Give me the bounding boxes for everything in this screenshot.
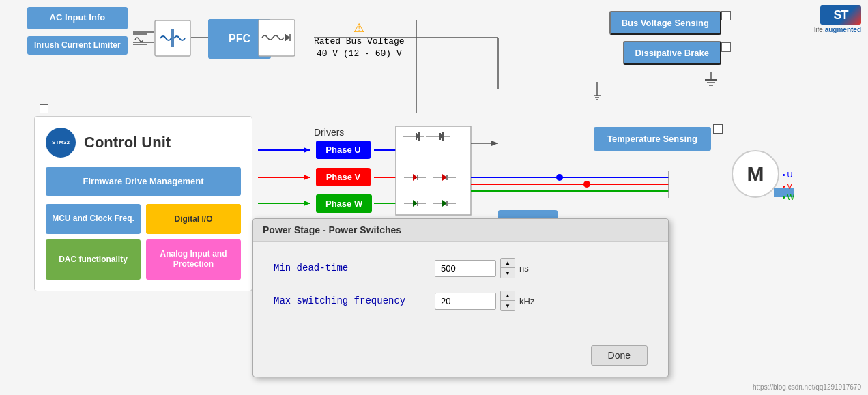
- dissipative-brake-checkbox[interactable]: [721, 42, 731, 52]
- modal-body: Min dead-time ▲ ▼ ns Max switching frequ…: [253, 242, 668, 340]
- max-switch-freq-label: Max switching frequency: [274, 295, 424, 306]
- svg-marker-39: [442, 174, 447, 181]
- control-grid: MCU and Clock Freq. Digital I/O DAC func…: [46, 204, 241, 280]
- logo-bar: ST: [820, 5, 861, 25]
- top-section: AC Input Info Inrush Current Limiter: [27, 7, 128, 55]
- v-label: • V: [783, 181, 794, 192]
- svg-marker-17: [304, 175, 310, 180]
- rated-bus-value: 40 V (12 - 60) V: [314, 48, 405, 60]
- min-dead-time-unit: ns: [519, 263, 529, 274]
- mcu-button[interactable]: MCU and Clock Freq.: [46, 204, 141, 234]
- warning-icon: ⚠: [314, 20, 405, 35]
- analog-button[interactable]: Analog Input and Protection: [146, 239, 241, 280]
- logo-text: ST: [833, 8, 848, 23]
- inductor-symbol: [258, 19, 295, 59]
- inrush-limiter-button[interactable]: Inrush Current Limiter: [27, 36, 128, 55]
- min-dead-time-input-group: ▲ ▼ ns: [435, 258, 529, 278]
- svg-point-57: [583, 181, 590, 188]
- modal-footer: Done: [253, 340, 668, 377]
- min-dead-time-spinner: ▲ ▼: [500, 258, 515, 278]
- svg-marker-33: [440, 134, 444, 139]
- control-unit-panel: STM32 Control Unit Firmware Drive Manage…: [34, 116, 252, 291]
- rated-bus-info: ⚠ Rated Bus Voltage 40 V (12 - 60) V: [314, 20, 405, 60]
- phase-u-button[interactable]: Phase U: [316, 141, 371, 159]
- min-dead-time-label: Min dead-time: [274, 263, 424, 274]
- firmware-button[interactable]: Firmware Drive Management: [46, 167, 241, 196]
- svg-rect-58: [155, 20, 190, 56]
- dissipative-brake-button[interactable]: Dissipative Brake: [623, 41, 721, 65]
- modal-titlebar: Power Stage - Power Switches: [253, 219, 668, 242]
- max-switch-freq-down[interactable]: ▼: [501, 301, 515, 310]
- rated-bus-label: Rated Bus Voltage: [314, 35, 405, 48]
- temp-sensing-checkbox[interactable]: [713, 124, 723, 134]
- min-dead-time-row: Min dead-time ▲ ▼ ns: [274, 258, 648, 278]
- w-label: • W: [783, 192, 794, 203]
- phase-w-button[interactable]: Phase W: [316, 194, 372, 213]
- motor-block: M: [732, 150, 779, 198]
- svg-marker-15: [304, 147, 310, 153]
- uvw-labels: • U • V • W: [783, 169, 794, 203]
- svg-marker-35: [413, 174, 418, 181]
- motor-label: M: [747, 162, 764, 186]
- bus-voltage-sensing-block: Bus Voltage Sensing: [609, 11, 721, 35]
- left-buttons: AC Input Info Inrush Current Limiter: [27, 7, 128, 55]
- control-unit-title: Control Unit: [84, 134, 171, 151]
- svg-point-56: [556, 174, 563, 181]
- svg-marker-47: [442, 200, 447, 207]
- url-text: https://blog.csdn.net/qq1291917670: [753, 383, 861, 391]
- max-switch-freq-row: Max switching frequency ▲ ▼ kHz: [274, 291, 648, 311]
- min-dead-time-down[interactable]: ▼: [501, 268, 515, 278]
- modal-dialog: Power Stage - Power Switches Min dead-ti…: [252, 218, 669, 377]
- control-unit-header: STM32 Control Unit: [46, 128, 241, 158]
- digital-io-button[interactable]: Digital I/O: [146, 204, 241, 234]
- bus-voltage-sensing-button[interactable]: Bus Voltage Sensing: [609, 11, 721, 35]
- done-button[interactable]: Done: [591, 345, 648, 366]
- u-label: • U: [783, 169, 794, 181]
- min-dead-time-up[interactable]: ▲: [501, 259, 515, 268]
- logo-tagline: life.augmented: [814, 26, 861, 33]
- max-switch-freq-input-group: ▲ ▼ kHz: [435, 291, 534, 311]
- temp-sensing-button[interactable]: Temperature Sensing: [594, 127, 711, 151]
- max-switch-freq-up[interactable]: ▲: [501, 291, 515, 301]
- svg-marker-19: [304, 201, 310, 206]
- max-switch-freq-unit: kHz: [519, 296, 534, 306]
- stm32-logo: STM32: [46, 128, 76, 158]
- dissipative-brake-block: Dissipative Brake: [623, 41, 721, 65]
- max-switch-freq-spinner: ▲ ▼: [500, 291, 515, 311]
- phase-v-button[interactable]: Phase V: [316, 168, 371, 186]
- bottom-left-checkbox[interactable]: [40, 104, 48, 113]
- logo: ST life.augmented: [814, 5, 861, 33]
- bus-voltage-checkbox[interactable]: [721, 11, 731, 20]
- svg-marker-43: [413, 200, 418, 207]
- ground-symbol: [701, 72, 721, 95]
- transformer-symbol: [154, 19, 192, 60]
- svg-rect-23: [396, 126, 471, 215]
- svg-marker-28: [416, 134, 420, 139]
- dac-button[interactable]: DAC functionality: [46, 239, 141, 280]
- ac-input-info-button[interactable]: AC Input Info: [27, 7, 128, 29]
- drivers-label: Drivers: [314, 127, 344, 138]
- diagram-area: AC Input Info Inrush Current Limiter PFC: [0, 0, 868, 395]
- svg-marker-55: [491, 141, 498, 146]
- min-dead-time-input[interactable]: [435, 260, 496, 277]
- max-switch-freq-input[interactable]: [435, 293, 496, 310]
